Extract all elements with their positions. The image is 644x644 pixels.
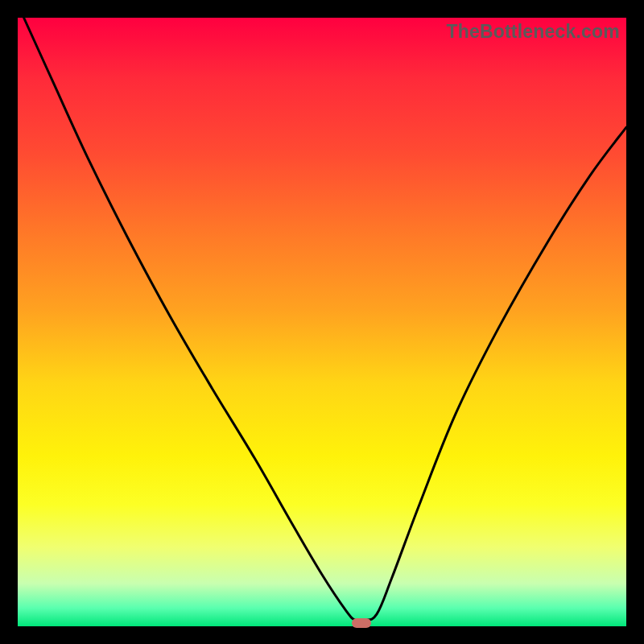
optimum-marker — [352, 618, 371, 628]
plot-area: TheBottleneck.com — [18, 18, 626, 626]
bottleneck-curve — [24, 18, 626, 621]
chart-container: TheBottleneck.com — [0, 0, 644, 644]
curve-svg — [18, 18, 626, 626]
